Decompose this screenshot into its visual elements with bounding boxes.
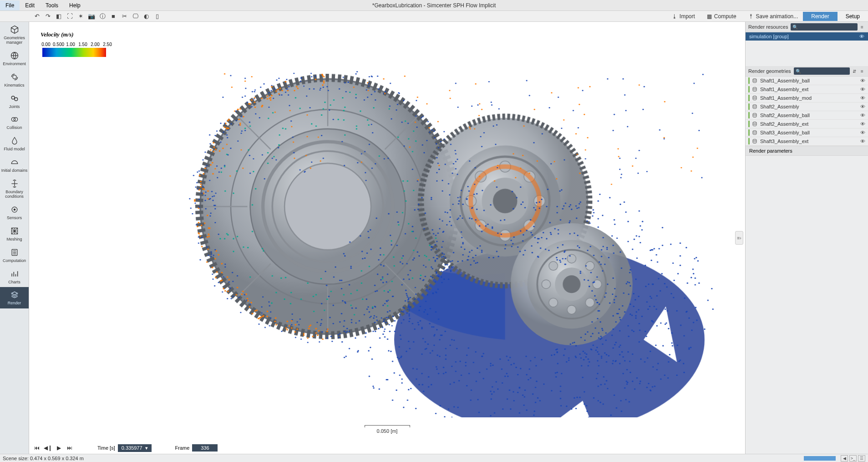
sidebar-item-computation[interactable]: Computation bbox=[0, 245, 29, 266]
sidebar-item-kinematics[interactable]: Kinematics bbox=[0, 69, 29, 91]
sidebar-item-initial-domains[interactable]: Initial domains bbox=[0, 154, 29, 176]
sidebar-item-boundary[interactable]: Boundary conditions bbox=[0, 176, 29, 202]
tab-setup[interactable]: Setup bbox=[838, 12, 868, 21]
import-button[interactable]: ⭳Import bbox=[667, 12, 700, 21]
sidebar-item-collision[interactable]: Collision bbox=[0, 112, 29, 133]
svg-point-1191 bbox=[210, 212, 212, 214]
eye-icon[interactable]: 👁 bbox=[860, 139, 865, 144]
geometry-item[interactable]: Shaft1_Assembly_ball👁 bbox=[746, 77, 868, 85]
geometry-item[interactable]: Shaft2_Assembly👁 bbox=[746, 103, 868, 111]
filter-icon[interactable]: ≡ bbox=[859, 68, 865, 74]
geometry-item[interactable]: Shaft1_Assembly_mod👁 bbox=[746, 94, 868, 103]
svg-point-542 bbox=[635, 315, 636, 317]
svg-point-1045 bbox=[213, 278, 214, 280]
svg-point-1707 bbox=[403, 190, 405, 192]
sidebar-item-fluid[interactable]: Fluid model bbox=[0, 133, 29, 154]
geometry-item[interactable]: Shaft2_Assembly_ext👁 bbox=[746, 120, 868, 128]
eye-icon[interactable]: 👁 bbox=[860, 78, 865, 83]
svg-point-1540 bbox=[537, 160, 538, 162]
svg-point-1129 bbox=[333, 323, 334, 324]
svg-point-1041 bbox=[344, 331, 345, 332]
frame-value[interactable]: 336 bbox=[192, 444, 218, 452]
battery-icon[interactable]: ▯ bbox=[152, 12, 162, 21]
sidebar-item-charts[interactable]: Charts bbox=[0, 266, 29, 287]
eye-icon[interactable]: 👁 bbox=[860, 121, 865, 127]
svg-point-399 bbox=[577, 245, 579, 246]
resources-search[interactable]: 🔍 bbox=[791, 23, 858, 31]
geometry-item[interactable]: Shaft3_Assembly_ball👁 bbox=[746, 128, 868, 137]
svg-point-1474 bbox=[303, 334, 305, 336]
geometry-item[interactable]: Shaft1_Assembly_ext👁 bbox=[746, 85, 868, 94]
camera-icon[interactable]: 📷 bbox=[86, 12, 96, 21]
contrast-icon[interactable]: ◐ bbox=[141, 12, 151, 21]
menu-edit[interactable]: Edit bbox=[20, 0, 40, 10]
eye-icon[interactable]: 👁 bbox=[860, 130, 865, 135]
geometry-item[interactable]: Shaft2_Assembly_ball👁 bbox=[746, 111, 868, 120]
fit-view-icon[interactable]: ⛶ bbox=[65, 12, 75, 21]
svg-point-154 bbox=[462, 254, 464, 256]
svg-point-1564 bbox=[618, 148, 619, 149]
sidebar-item-environment[interactable]: Environment bbox=[0, 48, 29, 69]
svg-point-939 bbox=[392, 360, 393, 362]
svg-point-1282 bbox=[288, 94, 289, 96]
menu-help[interactable]: Help bbox=[64, 0, 86, 10]
sidebar-item-render[interactable]: Render bbox=[0, 287, 29, 308]
screen-icon[interactable]: 🖵 bbox=[130, 12, 140, 21]
viewport-3d[interactable]: Velocity (m/s) 0.000.5001.001.502.002.50 bbox=[29, 22, 745, 454]
geometry-name: Shaft2_Assembly bbox=[760, 104, 860, 109]
skip-start-icon[interactable]: ⏮ bbox=[33, 444, 41, 452]
eye-icon[interactable]: 👁 bbox=[860, 95, 865, 101]
skip-end-icon[interactable]: ⏭ bbox=[66, 444, 74, 452]
svg-point-490 bbox=[519, 412, 520, 414]
redo-icon[interactable]: ↷ bbox=[43, 12, 53, 21]
sidebar-item-joints[interactable]: Joints bbox=[0, 91, 29, 112]
filter-icon[interactable]: ≡ bbox=[859, 24, 865, 30]
cube-view-icon[interactable]: ◧ bbox=[54, 12, 64, 21]
undo-icon[interactable]: ↶ bbox=[32, 12, 42, 21]
svg-point-1730 bbox=[753, 139, 756, 141]
expand-panel-icon[interactable]: ≡› bbox=[735, 231, 743, 245]
svg-point-1550 bbox=[367, 82, 368, 83]
svg-point-1572 bbox=[428, 127, 430, 128]
geometry-item[interactable]: Shaft3_Assembly_ext👁 bbox=[746, 137, 868, 146]
sort-icon[interactable]: ⇵ bbox=[851, 68, 858, 74]
sidebar-item-geometries[interactable]: Geometries manager bbox=[0, 22, 29, 48]
svg-point-1644 bbox=[413, 130, 414, 132]
svg-point-1581 bbox=[361, 161, 362, 163]
svg-point-795 bbox=[549, 222, 551, 223]
menu-file[interactable]: File bbox=[0, 0, 20, 10]
tab-render[interactable]: Render bbox=[803, 12, 837, 21]
nav-left-icon[interactable]: ◀ bbox=[841, 455, 848, 462]
svg-point-933 bbox=[473, 260, 475, 262]
sidebar-item-sensors[interactable]: Sensors bbox=[0, 202, 29, 223]
console-icon[interactable]: >_ bbox=[849, 455, 857, 462]
svg-point-1211 bbox=[391, 325, 393, 327]
svg-point-1414 bbox=[285, 327, 287, 329]
svg-point-1587 bbox=[692, 156, 694, 158]
menu-tools[interactable]: Tools bbox=[40, 0, 64, 10]
geometries-search[interactable]: 🔍 bbox=[794, 67, 850, 75]
info-icon[interactable]: ⓘ bbox=[97, 12, 107, 21]
save-animation-button[interactable]: ⭱Save animation... bbox=[743, 12, 803, 21]
list-icon[interactable]: ☰ bbox=[858, 455, 865, 462]
svg-point-510 bbox=[562, 244, 563, 246]
svg-point-1004 bbox=[386, 317, 387, 318]
video-icon[interactable]: ■ bbox=[108, 12, 118, 21]
play-icon[interactable]: ▶ bbox=[55, 444, 63, 452]
resource-row-simulation[interactable]: simulation [group] 👁 bbox=[746, 32, 868, 41]
svg-point-49 bbox=[585, 298, 594, 307]
svg-point-1445 bbox=[295, 324, 296, 325]
sidebar-item-meshing[interactable]: Meshing bbox=[0, 223, 29, 245]
eye-icon[interactable]: 👁 bbox=[860, 113, 865, 118]
eye-icon[interactable]: 👁 bbox=[859, 34, 864, 39]
svg-point-313 bbox=[350, 266, 352, 267]
svg-point-1014 bbox=[436, 180, 437, 182]
eye-icon[interactable]: 👁 bbox=[860, 104, 865, 109]
collapse-view-icon[interactable]: ✶ bbox=[76, 12, 86, 21]
step-back-icon[interactable]: ◀❙ bbox=[44, 444, 52, 452]
compute-button[interactable]: ▦Compute bbox=[702, 12, 741, 21]
time-select[interactable]: 0.335977▾ bbox=[118, 444, 152, 452]
eye-icon[interactable]: 👁 bbox=[860, 87, 865, 92]
svg-point-735 bbox=[580, 357, 582, 359]
crop-icon[interactable]: ✂ bbox=[119, 12, 129, 21]
